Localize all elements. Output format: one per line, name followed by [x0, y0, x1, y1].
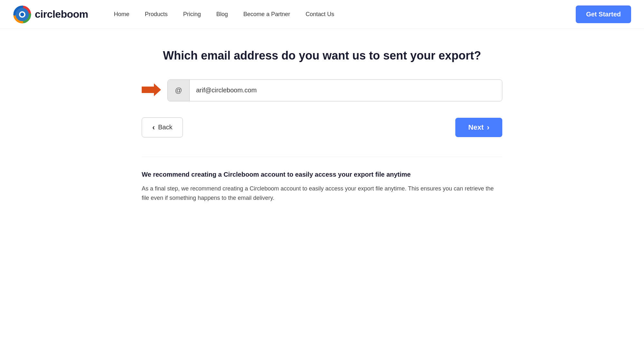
- chevron-right-icon: [487, 123, 489, 132]
- recommendation-title: We recommend creating a Circleboom accou…: [142, 170, 502, 179]
- next-button[interactable]: Next: [455, 118, 502, 137]
- chevron-left-icon: [152, 123, 155, 132]
- nav-item-pricing[interactable]: Pricing: [183, 11, 201, 18]
- nav-item-products[interactable]: Products: [145, 11, 168, 18]
- recommendation-section: We recommend creating a Circleboom accou…: [142, 157, 502, 203]
- back-button[interactable]: Back: [142, 117, 183, 137]
- nav-item-blog[interactable]: Blog: [216, 11, 228, 18]
- nav-buttons: Back Next: [142, 117, 502, 137]
- email-input-wrapper: @: [167, 79, 502, 101]
- nav-item-home[interactable]: Home: [114, 11, 129, 18]
- back-label: Back: [158, 124, 172, 131]
- logo-text: circleboom: [35, 8, 88, 20]
- nav-item-partner[interactable]: Become a Partner: [243, 11, 290, 18]
- main-content: Which email address do you want us to se…: [129, 29, 515, 215]
- recommendation-body: As a final step, we recommend creating a…: [142, 184, 502, 203]
- svg-marker-3: [142, 83, 161, 96]
- svg-point-2: [20, 13, 24, 16]
- arrow-right-icon: [142, 82, 161, 99]
- page-question: Which email address do you want us to se…: [142, 48, 502, 63]
- nav-item-contact[interactable]: Contact Us: [306, 11, 334, 18]
- get-started-button[interactable]: Get Started: [576, 5, 631, 23]
- logo-link[interactable]: circleboom: [13, 5, 88, 24]
- navbar: circleboom Home Products Pricing Blog Be…: [0, 0, 644, 29]
- nav-links: Home Products Pricing Blog Become a Part…: [114, 11, 576, 18]
- logo-icon: [13, 5, 32, 24]
- at-symbol: @: [168, 80, 190, 101]
- email-input[interactable]: [190, 80, 502, 101]
- email-input-row: @: [142, 79, 502, 101]
- next-label: Next: [468, 123, 484, 132]
